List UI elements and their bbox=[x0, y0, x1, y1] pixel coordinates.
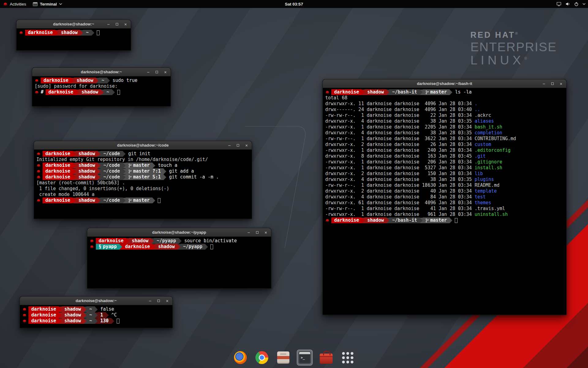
powerline-arrow bbox=[107, 78, 110, 83]
prompt-segment-user: darknoise bbox=[46, 89, 76, 95]
prompt-segment-path: ~ bbox=[104, 89, 112, 95]
titlebar[interactable]: darknoise@shadow:~/bash-it − × bbox=[323, 79, 566, 88]
close-button[interactable]: × bbox=[559, 81, 564, 86]
titlebar[interactable]: darknoise@shadow:~ − × bbox=[20, 297, 172, 305]
file-list-row: drwxrwxr-x. 11 darknoise darknoise 4096 … bbox=[325, 101, 564, 107]
powerline-arrow bbox=[73, 174, 76, 180]
terminal-window-sudo[interactable]: darknoise@shadow:~ − × darknoiseshadow~s… bbox=[32, 67, 171, 106]
maximize-button[interactable] bbox=[115, 22, 119, 27]
dock-item-terminal[interactable] bbox=[297, 350, 313, 366]
dock-item-chrome[interactable] bbox=[254, 350, 270, 366]
powerline-arrow bbox=[151, 238, 154, 244]
titlebar[interactable]: darknoise@shadow:~/pyapp − × bbox=[87, 228, 271, 237]
powerline-arrow bbox=[164, 169, 166, 174]
prompt-segment-host: shadow bbox=[76, 163, 98, 168]
maximize-button[interactable] bbox=[236, 143, 240, 148]
terminal-content[interactable]: darknoiseshadow~/pyappsource bin/activat… bbox=[87, 237, 271, 288]
redhat-icon bbox=[90, 245, 94, 248]
power-icon[interactable] bbox=[574, 2, 579, 6]
prompt-line: darknoiseshadow~130 bbox=[22, 318, 170, 324]
dock-item-firefox[interactable] bbox=[232, 350, 248, 366]
terminal-window-bash-it[interactable]: darknoise@shadow:~/bash-it − × darknoise… bbox=[322, 79, 567, 315]
file-list-row: -rw-rw-r--. 1 darknoise darknoise 3622 J… bbox=[325, 136, 564, 142]
close-button[interactable]: × bbox=[244, 143, 249, 148]
terminal-content[interactable]: darknoiseshadow~sudo true[sudo] password… bbox=[32, 76, 171, 106]
prompt-segment-path: ~ bbox=[86, 318, 95, 324]
powerline-arrow bbox=[178, 244, 180, 250]
prompt-line: darknoiseshadow~/codemaster ?:1git add a bbox=[36, 168, 249, 174]
clock[interactable]: Sat 03:57 bbox=[285, 2, 303, 6]
terminal-window-home-2[interactable]: darknoise@shadow:~ − × darknoiseshadow~f… bbox=[20, 296, 173, 328]
titlebar[interactable]: darknoise@shadow:~/code − × bbox=[34, 141, 252, 150]
file-list-row: -rwxrwxr-x. 1 darknoise darknoise 206 Ja… bbox=[325, 159, 564, 165]
chevron-down-icon[interactable] bbox=[582, 3, 586, 5]
maximize-button[interactable] bbox=[550, 81, 555, 86]
redhat-icon bbox=[22, 313, 27, 317]
powerline-arrow bbox=[179, 238, 182, 244]
prompt-segment-host: shadow bbox=[76, 197, 98, 203]
dock-item-files[interactable] bbox=[275, 350, 291, 366]
terminal-content[interactable]: darknoiseshadow~/codegit initInitialized… bbox=[34, 150, 252, 219]
volume-icon[interactable] bbox=[565, 2, 570, 6]
activities-button[interactable]: Activities bbox=[3, 2, 26, 6]
close-button[interactable]: × bbox=[123, 22, 128, 27]
terminal-cursor bbox=[158, 198, 160, 203]
command-text: false bbox=[100, 306, 114, 312]
prompt-segment-host: shadow bbox=[79, 89, 101, 95]
file-list-row: drwxrwxr-x. 61 darknoise darknoise 4096 … bbox=[325, 200, 564, 206]
terminal-cursor bbox=[117, 319, 119, 324]
minimize-button[interactable]: − bbox=[106, 22, 111, 27]
prompt-segment-path: ~ bbox=[99, 78, 107, 83]
display-icon[interactable] bbox=[556, 2, 561, 6]
command-text: ^C bbox=[111, 312, 117, 318]
minimize-button[interactable]: − bbox=[148, 298, 153, 303]
app-menu-terminal[interactable]: Terminal bbox=[33, 2, 62, 6]
titlebar[interactable]: darknoise@shadow:~ − × bbox=[17, 20, 131, 29]
minimize-button[interactable]: − bbox=[541, 81, 546, 86]
minimize-button[interactable]: − bbox=[246, 230, 251, 235]
terminal-content[interactable]: darknoiseshadow~falsedarknoiseshadow~1^C… bbox=[20, 305, 172, 328]
maximize-button[interactable] bbox=[154, 70, 159, 75]
file-attributes: -rw-rw-r--. 1 darknoise darknoise 3622 J… bbox=[325, 136, 475, 142]
file-name: .editorconfig bbox=[475, 148, 511, 153]
powerline-arrow bbox=[98, 174, 100, 180]
command-text: git add a bbox=[169, 168, 194, 174]
terminal-content[interactable]: darknoiseshadow~/bash-itmasterls -latota… bbox=[323, 88, 566, 315]
terminal-content[interactable]: darknoiseshadow~ bbox=[17, 29, 131, 50]
prompt-segment-user: darknoise bbox=[28, 306, 59, 312]
close-button[interactable]: × bbox=[165, 298, 170, 303]
file-name: .gitignore bbox=[475, 159, 502, 165]
dock-item-app-grid[interactable] bbox=[340, 350, 356, 366]
files-icon bbox=[277, 351, 289, 364]
terminal-window-home-1[interactable]: darknoise@shadow:~ − × darknoiseshadow~ bbox=[16, 20, 131, 51]
file-attributes: drwxrwxr-x. 4 darknoise darknoise 38 Jan… bbox=[325, 118, 475, 124]
terminal-window-code[interactable]: darknoise@shadow:~/code − × darknoisesha… bbox=[34, 141, 252, 219]
redhat-icon bbox=[35, 79, 39, 82]
powerline-arrow bbox=[95, 318, 98, 324]
close-button[interactable]: × bbox=[263, 230, 268, 235]
maximize-button[interactable] bbox=[156, 298, 161, 303]
powerline-arrow bbox=[164, 174, 166, 180]
file-attributes: drwxrwxr-x. 11 darknoise darknoise 4096 … bbox=[325, 101, 475, 107]
redhat-icon bbox=[36, 164, 41, 167]
file-attributes: drwxrwxr-x. 61 darknoise darknoise 4096 … bbox=[325, 200, 475, 206]
file-list-row: -rw-rw-r--. 1 darknoise darknoise 18630 … bbox=[325, 182, 564, 188]
terminal-window-pyapp[interactable]: darknoise@shadow:~/pyapp − × darknoisesh… bbox=[87, 228, 271, 289]
powerline-arrow bbox=[73, 163, 76, 168]
maximize-button[interactable] bbox=[255, 230, 260, 235]
redhat-icon bbox=[325, 219, 330, 222]
powerline-arrow bbox=[59, 312, 62, 318]
file-name: .travis.yml bbox=[475, 206, 505, 212]
file-attributes: -rwxrwxr-x. 1 darknoise darknoise 961 Ja… bbox=[325, 212, 475, 217]
minimize-button[interactable]: − bbox=[146, 70, 151, 75]
file-list-row: -rwxrwxr-x. 1 darknoise darknoise 240 Ja… bbox=[325, 148, 564, 153]
minimize-button[interactable]: − bbox=[227, 143, 232, 148]
prompt-segment-err: 130 bbox=[98, 318, 111, 324]
close-button[interactable]: × bbox=[163, 70, 168, 75]
dock-item-toolbox[interactable] bbox=[318, 350, 334, 366]
file-list-row: drwxrwxr-x. 2 darknoise darknoise 26 Jan… bbox=[325, 142, 564, 148]
powerline-arrow bbox=[80, 30, 83, 36]
titlebar[interactable]: darknoise@shadow:~ − × bbox=[32, 68, 171, 76]
command-text: sudo true bbox=[113, 78, 138, 83]
prompt-segment-user: darknoise bbox=[96, 238, 126, 244]
